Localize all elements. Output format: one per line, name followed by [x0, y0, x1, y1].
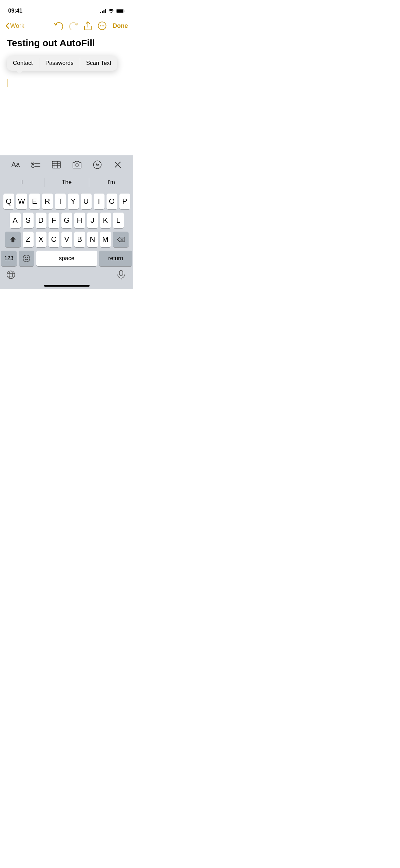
key-i[interactable]: I	[94, 194, 104, 209]
chevron-left-icon	[5, 22, 9, 29]
undo-button[interactable]	[54, 22, 63, 30]
svg-point-15	[76, 164, 78, 166]
svg-point-5	[103, 25, 104, 26]
key-k[interactable]: K	[100, 213, 111, 228]
key-t[interactable]: T	[55, 194, 66, 209]
key-b[interactable]: B	[74, 232, 85, 247]
svg-point-21	[23, 255, 30, 262]
autofill-passwords-button[interactable]: Passwords	[39, 56, 80, 71]
status-icons	[100, 9, 125, 13]
key-p[interactable]: P	[119, 194, 130, 209]
predictive-word-3[interactable]: I'm	[89, 179, 133, 186]
markup-button[interactable]	[90, 157, 105, 172]
redo-button[interactable]	[69, 22, 78, 30]
key-a[interactable]: A	[10, 213, 21, 228]
dismiss-keyboard-button[interactable]	[110, 157, 125, 172]
table-button[interactable]	[49, 157, 64, 172]
format-button[interactable]: Aa	[8, 157, 23, 172]
text-editor-area[interactable]	[0, 71, 133, 95]
svg-rect-1	[117, 9, 123, 13]
autofill-contact-button[interactable]: Contact	[7, 56, 39, 71]
predictive-word-2[interactable]: The	[44, 179, 89, 186]
key-u[interactable]: U	[81, 194, 92, 209]
key-z[interactable]: Z	[23, 232, 34, 247]
checklist-button[interactable]	[28, 157, 43, 172]
key-l[interactable]: L	[113, 213, 124, 228]
svg-rect-28	[119, 270, 123, 276]
space-button[interactable]: space	[36, 251, 97, 266]
svg-point-22	[25, 257, 26, 258]
nav-actions: Done	[54, 21, 128, 30]
note-title: Testing out AutoFill	[0, 35, 133, 53]
key-g[interactable]: G	[61, 213, 72, 228]
back-button[interactable]: Work	[5, 22, 24, 30]
key-q[interactable]: Q	[3, 194, 14, 209]
bottom-extra-row	[1, 267, 132, 283]
keyboard-toolbar: Aa	[0, 155, 133, 174]
key-row-1: Q W E R T Y U I O P	[1, 194, 132, 209]
done-button[interactable]: Done	[113, 22, 128, 30]
svg-point-25	[9, 271, 13, 279]
key-w[interactable]: W	[16, 194, 27, 209]
num-button[interactable]: 123	[1, 251, 17, 266]
camera-button[interactable]	[70, 157, 84, 172]
home-indicator	[44, 285, 90, 287]
key-j[interactable]: J	[87, 213, 98, 228]
more-button[interactable]	[98, 21, 107, 30]
autofill-popup: Contact Passwords Scan Text	[7, 56, 117, 71]
predictive-word-1[interactable]: I	[0, 179, 44, 186]
nav-bar: Work	[0, 17, 133, 35]
text-cursor	[7, 79, 7, 87]
key-row-3: Z X C V B N M	[1, 232, 132, 247]
status-time: 09:41	[8, 7, 22, 14]
svg-point-4	[102, 25, 103, 26]
svg-point-23	[27, 257, 28, 258]
key-e[interactable]: E	[29, 194, 40, 209]
key-c[interactable]: C	[49, 232, 59, 247]
delete-button[interactable]	[113, 232, 129, 247]
shift-button[interactable]	[5, 232, 21, 247]
predictive-bar: I The I'm	[0, 174, 133, 191]
mic-button[interactable]	[113, 267, 129, 283]
key-d[interactable]: D	[36, 213, 46, 228]
status-bar: 09:41	[0, 0, 133, 17]
key-m[interactable]: M	[100, 232, 111, 247]
key-v[interactable]: V	[61, 232, 72, 247]
keyboard: Q W E R T Y U I O P A S D F G H J K L Z …	[0, 191, 133, 289]
key-n[interactable]: N	[87, 232, 98, 247]
key-row-4: 123 space return	[1, 251, 132, 266]
wifi-icon	[108, 9, 114, 13]
signal-icon	[100, 9, 106, 13]
key-s[interactable]: S	[23, 213, 34, 228]
emoji-button[interactable]	[19, 251, 34, 266]
return-button[interactable]: return	[99, 251, 132, 266]
share-button[interactable]	[84, 21, 92, 30]
svg-point-7	[32, 165, 34, 168]
svg-point-24	[7, 271, 15, 279]
key-f[interactable]: F	[49, 213, 59, 228]
key-row-2: A S D F G H J K L	[1, 213, 132, 228]
battery-icon	[116, 9, 125, 13]
svg-point-3	[100, 25, 101, 26]
key-y[interactable]: Y	[68, 194, 79, 209]
key-r[interactable]: R	[42, 194, 53, 209]
autofill-scantext-button[interactable]: Scan Text	[80, 56, 117, 71]
key-x[interactable]: X	[36, 232, 46, 247]
globe-button[interactable]	[3, 267, 19, 283]
key-h[interactable]: H	[74, 213, 85, 228]
back-label: Work	[10, 22, 24, 30]
key-o[interactable]: O	[107, 194, 117, 209]
svg-rect-10	[52, 161, 60, 168]
